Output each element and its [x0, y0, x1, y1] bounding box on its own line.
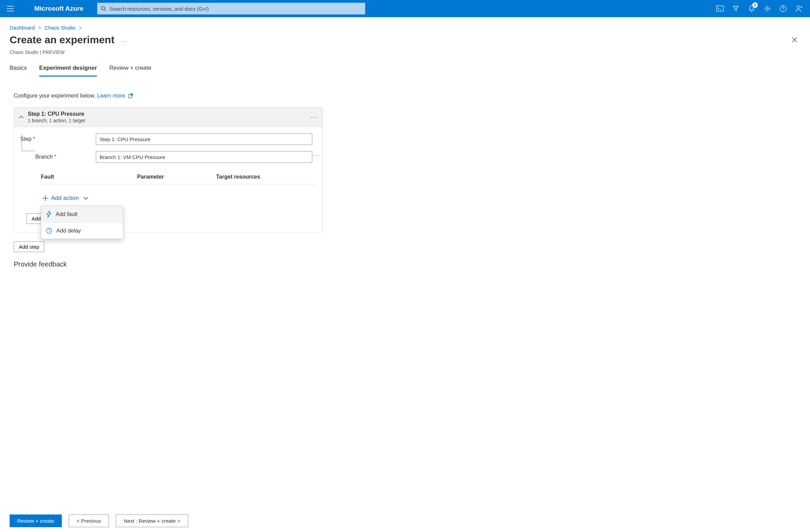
feedback-icon[interactable]: [795, 4, 803, 13]
svg-point-5: [797, 6, 800, 9]
svg-point-0: [101, 7, 104, 10]
svg-point-3: [766, 8, 768, 10]
svg-line-1: [104, 10, 106, 11]
search-input[interactable]: [110, 6, 362, 12]
cloud-shell-icon[interactable]: [716, 4, 724, 13]
tab-review-create[interactable]: Review + create: [109, 61, 151, 77]
breadcrumb-chaos-studio[interactable]: Chaos Studio: [45, 25, 76, 31]
settings-icon[interactable]: [763, 4, 772, 13]
hamburger-menu[interactable]: [3, 2, 17, 15]
page-header: Create an experiment ···: [0, 33, 810, 49]
breadcrumb: Dashboard Chaos Studio: [0, 17, 810, 33]
search-icon: [101, 6, 106, 11]
page-subtitle: Chaos Studio | PREVIEW: [0, 49, 810, 61]
tab-experiment-designer[interactable]: Experiment designer: [39, 61, 97, 77]
chevron-right-icon: [38, 25, 41, 31]
notification-badge: 2: [752, 2, 758, 8]
azure-topbar: Microsoft Azure 2: [0, 0, 810, 17]
directory-filter-icon[interactable]: [732, 4, 740, 13]
global-search[interactable]: [97, 3, 365, 14]
svg-rect-2: [717, 6, 723, 11]
brand-label[interactable]: Microsoft Azure: [34, 5, 83, 12]
help-icon[interactable]: [779, 4, 787, 13]
tab-basics[interactable]: Basics: [10, 61, 27, 77]
hamburger-icon: [7, 6, 14, 11]
topbar-icons: 2: [716, 4, 807, 13]
page-title: Create an experiment: [10, 34, 114, 46]
close-blade-button[interactable]: [789, 34, 800, 47]
breadcrumb-dashboard[interactable]: Dashboard: [10, 25, 35, 31]
close-icon: [791, 37, 798, 43]
tabs: Basics Experiment designer Review + crea…: [0, 61, 810, 77]
notifications-icon[interactable]: 2: [747, 4, 756, 13]
chevron-right-icon: [79, 25, 82, 31]
page-more-actions[interactable]: ···: [121, 35, 127, 45]
